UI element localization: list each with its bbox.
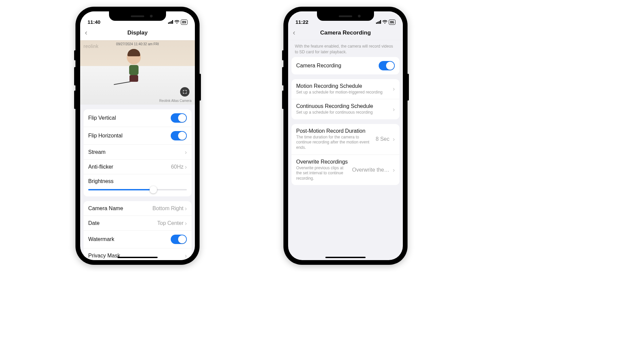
row-subtitle: Overwrite previous clips at the set inte… — [296, 166, 349, 181]
row-label: Watermark — [88, 236, 114, 242]
row-label: Brightness — [88, 178, 114, 184]
post-motion-row[interactable]: Post-Motion Record Duration The time dur… — [291, 124, 399, 155]
mute-switch — [74, 50, 76, 60]
page-title: Camera Recording — [320, 29, 371, 36]
wifi-icon — [382, 19, 387, 25]
battery-indicator: 86 — [389, 19, 395, 25]
chevron-right-icon: › — [393, 86, 395, 92]
volume-up — [74, 67, 76, 85]
back-button[interactable]: ‹ — [293, 29, 295, 37]
date-row[interactable]: Date Top Center› — [84, 216, 192, 231]
brightness-slider[interactable] — [88, 189, 187, 190]
overwrite-row[interactable]: Overwrite Recordings Overwrite previous … — [291, 155, 399, 185]
flip-vertical-row[interactable]: Flip Vertical — [84, 109, 192, 127]
row-value: 60Hz — [171, 164, 183, 170]
continuous-schedule-row[interactable]: Continuous Recording Schedule Set up a s… — [291, 99, 399, 119]
motion-schedule-row[interactable]: Motion Recording Schedule Set up a sched… — [291, 79, 399, 100]
camera-name-row[interactable]: Camera Name Bottom Right› — [84, 201, 192, 216]
home-indicator[interactable] — [325, 257, 366, 258]
volume-down — [282, 90, 284, 109]
status-time: 11:40 — [88, 19, 100, 25]
power-button — [199, 74, 201, 101]
row-subtitle: Set up a schedule for motion-triggered r… — [296, 90, 389, 95]
row-title: Motion Recording Schedule — [296, 83, 389, 89]
cellular-icon — [376, 20, 381, 24]
brightness-row: Brightness — [84, 174, 192, 196]
options-card: Post-Motion Record Duration The time dur… — [291, 124, 399, 185]
page-header: ‹ Camera Recording — [288, 25, 403, 40]
page-header: ‹ Display — [80, 25, 195, 40]
flip-horizontal-row[interactable]: Flip Horizontal — [84, 127, 192, 145]
chevron-right-icon: › — [185, 164, 187, 170]
row-title: Post-Motion Record Duration — [296, 128, 372, 134]
camera-name-overlay: Reolink Altas Camera — [159, 99, 192, 103]
chevron-right-icon: › — [393, 136, 395, 142]
camera-preview[interactable]: reolink 09/27/2024 11:40:32 am FRI Reoli… — [80, 40, 195, 105]
row-label: Camera Recording — [296, 63, 341, 69]
row-subtitle: The time duration for the camera to cont… — [296, 135, 372, 150]
camera-recording-row[interactable]: Camera Recording — [291, 57, 399, 74]
wifi-icon — [174, 19, 179, 25]
chevron-right-icon: › — [185, 149, 187, 155]
display-settings-card: Flip Vertical Flip Horizontal Stream › A… — [84, 109, 192, 196]
fullscreen-button[interactable] — [180, 87, 190, 97]
row-label: Privacy Mask — [88, 253, 120, 259]
row-value: Overwrite the… — [352, 167, 389, 173]
row-value: Top Center — [157, 220, 183, 226]
schedule-card: Motion Recording Schedule Set up a sched… — [291, 79, 399, 119]
row-label: Flip Horizontal — [88, 133, 122, 139]
chevron-right-icon: › — [393, 106, 395, 112]
row-title: Continuous Recording Schedule — [296, 103, 389, 109]
preview-subject — [124, 50, 144, 82]
row-subtitle: Set up a schedule for continuous recordi… — [296, 110, 389, 115]
notch — [109, 11, 166, 21]
back-button[interactable]: ‹ — [85, 29, 87, 37]
anti-flicker-row[interactable]: Anti-flicker 60Hz› — [84, 160, 192, 174]
chevron-right-icon: › — [185, 205, 187, 212]
row-title: Overwrite Recordings — [296, 159, 349, 165]
mute-switch — [282, 50, 284, 60]
flip-vertical-toggle[interactable] — [171, 113, 187, 123]
cellular-icon — [168, 20, 173, 24]
status-time: 11:22 — [296, 19, 308, 25]
preview-timestamp: 09/27/2024 11:40:32 am FRI — [116, 42, 159, 46]
watermark-logo: reolink — [84, 44, 99, 49]
chevron-right-icon: › — [185, 253, 187, 259]
recording-toggle-card: Camera Recording — [291, 57, 399, 74]
row-value: 8 Sec — [376, 136, 389, 142]
volume-up — [282, 67, 284, 85]
power-button — [407, 74, 409, 101]
phone-display: 11:40 89 ‹ Display reolink 09/27/2024 11… — [75, 7, 200, 265]
page-title: Display — [127, 29, 148, 36]
volume-down — [74, 90, 76, 109]
watermark-toggle[interactable] — [171, 235, 187, 244]
battery-indicator: 89 — [181, 19, 187, 25]
watermark-row[interactable]: Watermark — [84, 231, 192, 248]
slider-thumb[interactable] — [150, 186, 157, 193]
home-indicator[interactable] — [117, 257, 158, 258]
flip-horizontal-toggle[interactable] — [171, 131, 187, 140]
intro-text: With the feature enabled, the camera wil… — [288, 40, 403, 57]
notch — [317, 11, 374, 21]
row-label: Stream — [88, 149, 106, 155]
overlay-settings-card: Camera Name Bottom Right› Date Top Cente… — [84, 201, 192, 260]
row-label: Flip Vertical — [88, 115, 116, 121]
row-label: Date — [88, 220, 100, 226]
privacy-mask-row[interactable]: Privacy Mask › — [84, 248, 192, 260]
camera-recording-toggle[interactable] — [379, 61, 395, 70]
phone-recording: 11:22 86 ‹ Camera Recording With the fea… — [283, 7, 408, 265]
fullscreen-icon — [182, 89, 187, 94]
chevron-right-icon: › — [185, 220, 187, 226]
row-value: Bottom Right — [153, 205, 183, 212]
row-label: Anti-flicker — [88, 164, 113, 170]
row-label: Camera Name — [88, 205, 123, 212]
chevron-right-icon: › — [393, 167, 395, 173]
stream-row[interactable]: Stream › — [84, 145, 192, 160]
